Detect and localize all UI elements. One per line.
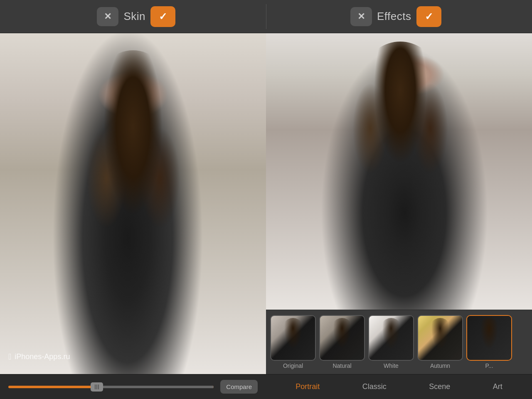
effects-panel: Original Natural White [266,33,532,374]
tab-art[interactable]: Art [486,379,509,394]
slider-line-3 [98,384,99,389]
filter-thumb-autumn[interactable] [417,315,463,361]
filter-thumb-original[interactable] [270,315,316,361]
bottom-bar: Compare Portrait Classic Scene Art [0,374,532,399]
skin-cancel-button[interactable]: ✕ [97,7,118,26]
skin-figure [0,33,266,374]
effects-photo-area [266,33,532,310]
confirm-icon: ✓ [159,11,167,22]
cancel-icon: ✕ [104,11,111,22]
tab-classic[interactable]: Classic [356,379,393,394]
effects-cancel-button[interactable]: ✕ [350,7,372,26]
tab-art-label: Art [493,382,502,391]
filter-autumn[interactable]: Autumn [417,315,463,369]
filter-autumn-label: Autumn [430,362,450,369]
watermark:  iPhones-Apps.ru [8,352,70,362]
watermark-text: iPhones-Apps.ru [15,352,70,361]
filter-thumb-white[interactable] [368,315,414,361]
effects-photo [266,33,532,310]
filter-thumb-p[interactable] [466,315,512,361]
confirm-icon-2: ✓ [425,11,433,22]
filter-strip: Original Natural White [266,310,532,374]
cancel-icon-2: ✕ [357,11,365,22]
slider-line-1 [95,384,96,389]
skin-title: Skin [123,10,145,23]
filter-natural-label: Natural [332,362,351,369]
slider-line-2 [96,384,97,389]
left-controls: Compare [0,380,266,394]
tab-scene-label: Scene [429,382,450,391]
top-bar: ✕ Skin ✓ ✕ Effects ✓ [0,0,532,33]
tab-scene[interactable]: Scene [422,379,457,394]
filter-original[interactable]: Original [270,315,316,369]
slider-track-right [101,386,214,388]
compare-button[interactable]: Compare [220,380,258,394]
compare-label: Compare [226,383,252,390]
effects-figure [266,33,532,310]
filter-original-label: Original [283,362,303,369]
effects-section-header: ✕ Effects ✓ [266,6,526,27]
filter-white[interactable]: White [368,315,414,369]
skin-photo-panel:  iPhones-Apps.ru [0,33,266,374]
slider-handle[interactable] [91,382,103,392]
tab-portrait-label: Portrait [296,382,320,391]
tab-classic-label: Classic [362,382,387,391]
effects-title: Effects [377,10,411,23]
filter-white-label: White [384,362,399,369]
tab-portrait[interactable]: Portrait [289,379,326,394]
skin-confirm-button[interactable]: ✓ [150,6,175,27]
filter-p-label: P... [485,362,493,369]
skin-section-header: ✕ Skin ✓ [7,6,266,27]
filter-p[interactable]: P... [466,315,512,369]
apple-logo-icon:  [8,352,11,362]
filter-natural[interactable]: Natural [319,315,365,369]
main-content:  iPhones-Apps.ru Original [0,33,532,374]
effects-confirm-button[interactable]: ✓ [416,6,441,27]
filter-thumb-natural[interactable] [319,315,365,361]
filter-tabs: Portrait Classic Scene Art [266,379,532,394]
intensity-slider[interactable] [8,386,214,388]
skin-photo:  iPhones-Apps.ru [0,33,266,374]
